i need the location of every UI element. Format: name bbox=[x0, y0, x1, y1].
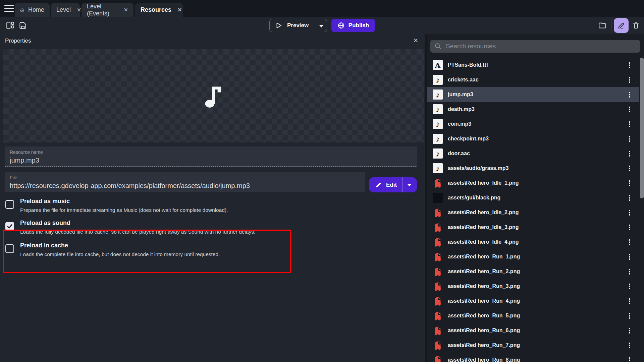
file-field[interactable]: File https://resources.gdevelop-app.com/… bbox=[5, 172, 365, 192]
chevron-down-icon[interactable] bbox=[319, 24, 324, 28]
resource-type-icon bbox=[433, 89, 443, 100]
kebab-menu-icon[interactable] bbox=[627, 224, 632, 231]
publish-button[interactable]: Publish bbox=[331, 19, 375, 32]
folder-icon[interactable] bbox=[596, 19, 608, 32]
kebab-menu-icon[interactable] bbox=[627, 327, 632, 334]
resource-type-icon bbox=[433, 252, 443, 262]
search-box[interactable] bbox=[430, 40, 640, 53]
hamburger-menu-icon[interactable] bbox=[4, 5, 14, 12]
resource-row[interactable]: death.mp3 bbox=[427, 102, 639, 117]
preview-button[interactable]: Preview bbox=[269, 19, 327, 32]
resource-row[interactable]: assets\Red hero_Idle_4.png bbox=[427, 235, 639, 249]
field-label: File bbox=[10, 175, 17, 180]
resource-row[interactable]: coin.mp3 bbox=[427, 117, 639, 131]
resource-name-field[interactable]: Resource name jump.mp3 bbox=[5, 146, 417, 167]
kebab-menu-icon[interactable] bbox=[627, 342, 632, 349]
resource-row[interactable]: assets\Red hero_Run_8.png bbox=[427, 353, 639, 362]
chevron-down-icon[interactable] bbox=[407, 184, 412, 187]
resource-name: assets\Red hero_Idle_2.png bbox=[448, 209, 519, 216]
resource-row[interactable]: assets\Red hero_Idle_3.png bbox=[427, 220, 639, 235]
search-icon bbox=[434, 43, 442, 50]
resource-row[interactable]: assets\Red hero_Run_1.png bbox=[427, 249, 639, 264]
kebab-menu-icon[interactable] bbox=[627, 76, 632, 83]
resource-name: assets/gui/black.png bbox=[448, 195, 500, 201]
kebab-menu-icon[interactable] bbox=[627, 312, 632, 319]
resource-row[interactable]: crickets.aac bbox=[427, 72, 639, 87]
resource-name: door.aac bbox=[448, 150, 470, 157]
kebab-menu-icon[interactable] bbox=[627, 62, 632, 68]
kebab-menu-icon[interactable] bbox=[627, 194, 632, 201]
close-tab-icon[interactable]: ✕ bbox=[124, 7, 128, 13]
close-tab-icon[interactable]: ✕ bbox=[177, 7, 182, 13]
resource-type-icon bbox=[433, 266, 443, 277]
preload-as-music-checkbox[interactable] bbox=[5, 200, 14, 209]
kebab-menu-icon[interactable] bbox=[627, 268, 632, 275]
resource-row[interactable]: assets\Red hero_Run_7.png bbox=[427, 338, 639, 353]
preload-as-sound-checkbox[interactable] bbox=[5, 222, 14, 231]
publish-label: Publish bbox=[348, 22, 369, 29]
kebab-menu-icon[interactable] bbox=[627, 106, 632, 113]
kebab-menu-icon[interactable] bbox=[627, 253, 632, 260]
kebab-menu-icon[interactable] bbox=[627, 165, 632, 172]
red-hero-sprite-icon bbox=[434, 207, 442, 218]
kebab-menu-icon[interactable] bbox=[627, 209, 632, 216]
resource-row[interactable]: assets\Red hero_Run_6.png bbox=[427, 323, 639, 338]
preview-label: Preview bbox=[287, 22, 309, 29]
properties-panel: Properties ✕ Resource name jump.mp3 File… bbox=[0, 34, 425, 362]
red-hero-sprite-icon bbox=[434, 237, 442, 247]
edit-mode-toggle-icon[interactable] bbox=[614, 18, 629, 33]
resource-row[interactable]: assets\Red hero_Idle_1.png bbox=[427, 176, 639, 190]
save-icon[interactable] bbox=[17, 19, 29, 32]
field-value[interactable]: jump.mp3 bbox=[10, 157, 39, 164]
music-note-icon bbox=[204, 84, 224, 108]
search-input[interactable] bbox=[446, 43, 627, 50]
resource-type-icon bbox=[433, 60, 443, 70]
close-properties-icon[interactable]: ✕ bbox=[413, 37, 418, 44]
edit-button[interactable]: Edit bbox=[369, 177, 417, 192]
tab-resources[interactable]: Resources ✕ bbox=[135, 3, 183, 17]
resource-type-icon bbox=[433, 134, 443, 144]
resource-name: assets\Red hero_Run_4.png bbox=[448, 298, 520, 304]
checkbox-label: Preload in cache bbox=[20, 241, 220, 249]
tab-home[interactable]: Home bbox=[15, 3, 50, 17]
tab-level-events[interactable]: Level (Events) ✕ bbox=[82, 3, 133, 17]
trash-icon[interactable] bbox=[630, 19, 642, 32]
kebab-menu-icon[interactable] bbox=[627, 121, 632, 127]
resource-row[interactable]: assets\Red hero_Idle_2.png bbox=[427, 205, 639, 220]
kebab-menu-icon[interactable] bbox=[627, 91, 632, 98]
tab-level[interactable]: Level ✕ bbox=[51, 3, 80, 17]
close-tab-icon[interactable]: ✕ bbox=[77, 7, 81, 13]
preload-in-cache-checkbox[interactable] bbox=[5, 244, 14, 253]
red-hero-sprite-icon bbox=[434, 252, 442, 262]
resource-row[interactable]: assets\Red hero_Run_2.png bbox=[427, 264, 639, 279]
kebab-menu-icon[interactable] bbox=[627, 180, 632, 186]
resource-row[interactable]: jump.mp3 bbox=[427, 87, 639, 102]
layout-panels-icon[interactable] bbox=[4, 19, 16, 32]
kebab-menu-icon[interactable] bbox=[627, 357, 632, 362]
red-hero-sprite-icon bbox=[434, 340, 442, 350]
scrollbar-thumb[interactable] bbox=[640, 58, 644, 198]
resource-row[interactable]: assets\Red hero_Run_5.png bbox=[427, 308, 639, 323]
kebab-menu-icon[interactable] bbox=[627, 135, 632, 142]
resource-row[interactable]: door.aac bbox=[427, 146, 639, 161]
resource-name: assets\Red hero_Run_3.png bbox=[448, 283, 520, 289]
resource-row[interactable]: assets/audio/grass.mp3 bbox=[427, 161, 639, 176]
resource-row[interactable]: assets\Red hero_Run_4.png bbox=[427, 294, 639, 308]
resource-row[interactable]: checkpoint.mp3 bbox=[427, 131, 639, 146]
resource-row[interactable]: assets/gui/black.png bbox=[427, 190, 639, 205]
red-hero-sprite-icon bbox=[434, 222, 442, 232]
resource-list: PTSans-Bold.ttf crickets.aac jump.mp3 bbox=[427, 58, 639, 362]
resource-type-icon bbox=[433, 148, 443, 159]
kebab-menu-icon[interactable] bbox=[627, 298, 632, 304]
resource-row[interactable]: assets\Red hero_Run_3.png bbox=[427, 279, 639, 294]
resource-row[interactable]: PTSans-Bold.ttf bbox=[427, 58, 639, 72]
field-value[interactable]: https://resources.gdevelop-app.com/examp… bbox=[10, 182, 250, 190]
kebab-menu-icon[interactable] bbox=[627, 239, 632, 245]
preload-as-music-option: Preload as music Prepares the file for i… bbox=[5, 197, 228, 213]
resource-name: assets\Red hero_Run_1.png bbox=[448, 254, 520, 260]
kebab-menu-icon[interactable] bbox=[627, 283, 632, 290]
tab-label: Level bbox=[56, 6, 71, 13]
tab-label: Home bbox=[28, 6, 44, 13]
resource-type-icon bbox=[433, 119, 443, 129]
kebab-menu-icon[interactable] bbox=[627, 150, 632, 157]
